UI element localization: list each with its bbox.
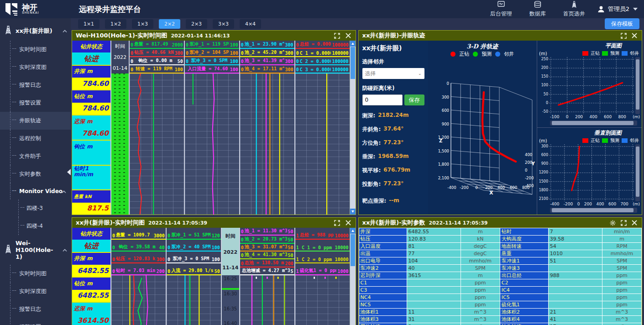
nav-item-derrick[interactable]: 首页选井 [563, 1, 585, 18]
layout-button-1×3[interactable]: 1×3 [132, 19, 153, 29]
param-label-line: 钻位 m [74, 94, 93, 100]
param-name: NC4 [359, 294, 407, 301]
param-name: C3 [359, 287, 407, 294]
layout-buttons: 1×11×21×32×22×33×34×4 [78, 19, 261, 29]
scroll-thumb[interactable] [636, 59, 639, 110]
select-offset-well-label: 选择邻井 [362, 58, 424, 66]
user-menu[interactable]: 管理员2 [597, 5, 638, 13]
sidebar-subitem-四楼-4[interactable]: 四楼-4 [0, 217, 71, 235]
curve-text: 悬重 = 817.49 kN [134, 41, 171, 47]
layout-button-2×3[interactable]: 2×3 [186, 19, 207, 29]
trajectory-stat: 垂深:1968.59m [362, 153, 424, 161]
curve-max: 10000 [335, 257, 348, 262]
curve-label: 0总池 = 130.50 m^3200 [240, 259, 294, 267]
nav-label: 后台管理 [490, 10, 512, 18]
plot2d-vertical-scrollbar[interactable] [635, 57, 640, 114]
param-label: 钻时1min/m [72, 166, 110, 178]
sidebar-item-实时时间图[interactable]: 实时时间图 [0, 265, 71, 283]
expand-icon[interactable] [620, 32, 627, 39]
sidebar-item-文件助手[interactable]: 文件助手 [0, 147, 71, 165]
close-icon[interactable] [345, 32, 352, 39]
svg-text:1,500: 1,500 [438, 149, 449, 153]
expand-icon[interactable] [334, 32, 341, 39]
param-label: 井深 m [72, 66, 110, 78]
sidebar-section-1[interactable]: Wei-H100(Hole-1) [0, 235, 71, 265]
sidebar-item-实时深度图[interactable]: 实时深度图 [0, 58, 71, 76]
curve-min: 0 [241, 42, 244, 47]
save-template-button[interactable]: 保存模板 [605, 18, 639, 29]
scroll-thumb[interactable] [552, 121, 634, 125]
table-row: 泵冲速240SPM泵冲速3SPM [359, 265, 642, 272]
param-label: 钻位 m [72, 278, 110, 289]
sidebar-item-报警日志[interactable]: 报警日志 [0, 300, 71, 318]
sidebar-item-实时参数[interactable]: 实时参数 [0, 165, 71, 183]
legend-label: 预测 [482, 51, 492, 58]
y-tick: 0 [546, 101, 548, 105]
layout-button-1×2[interactable]: 1×2 [105, 19, 126, 29]
plot2d-vertical-scrollbar[interactable] [635, 144, 640, 201]
chart-body: 钻井状态钻进井深 m6482.55钻位 m6482.55迟深 m3614.50钩… [72, 228, 356, 325]
curve-max: 300 [285, 67, 293, 72]
param-value [72, 178, 110, 189]
sidebar-item-Monitor Video[interactable]: Monitor Video [0, 183, 71, 199]
legend-swatch [473, 52, 478, 57]
offset-well-select[interactable]: 选择⌄ [362, 68, 424, 79]
svg-text:Y: Y [531, 161, 535, 167]
scroll-up-icon[interactable] [350, 41, 356, 47]
layout-button-3×3[interactable]: 3×3 [213, 19, 234, 29]
curve-text: 池_1 = 11.30 m^3 [245, 228, 287, 234]
scroll-down-icon[interactable] [350, 209, 356, 215]
nav-item-backend[interactable]: 后台管理 [490, 1, 512, 18]
param-unit: m^3 [461, 309, 500, 315]
sidebar-item-远程控制[interactable]: 远程控制 [0, 130, 71, 147]
plot2d-horizontal-scrollbar[interactable] [550, 208, 637, 213]
svg-text:Z: Z [439, 138, 442, 143]
sidebar-item-井眼轨迹[interactable]: 井眼轨迹 [0, 112, 71, 130]
scroll-up-icon[interactable] [350, 228, 356, 234]
sidebar-section-0[interactable]: xx井(新井眼) [0, 21, 71, 41]
trajectory-body: xx井(新井眼)选择邻井选择⌄防碰距离(米)保存测深:2182.24m井斜角:3… [359, 41, 642, 215]
y-tick: 100 [541, 84, 548, 87]
vertical-scrollbar[interactable] [350, 41, 356, 215]
close-icon[interactable] [631, 220, 638, 226]
vertical-section-view: 垂直剖面图(m)正钻预测邻井3006009001200150018002100-… [537, 128, 642, 215]
curve-labels: 1总烃 = 988 ppm100001C_1 = 0 ppm100001C_2 … [295, 228, 350, 275]
scroll-thumb[interactable] [351, 234, 355, 266]
param-value: 81 [407, 243, 461, 250]
layout-button-4×4[interactable]: 4×4 [240, 19, 261, 29]
expand-icon[interactable] [334, 220, 341, 226]
sidebar-item-报警设置[interactable]: 报警设置 [0, 318, 71, 325]
y-tick-labels: 3006009001200150018002100 [538, 144, 549, 201]
chart-column: 0总烃 = 0.00001000000C_1 = 0.00001000000C_… [294, 41, 350, 215]
param-value: 120.83 [407, 236, 461, 242]
time-header-line: 01-14 [113, 65, 127, 71]
scroll-thumb[interactable] [636, 147, 639, 197]
scroll-thumb[interactable] [552, 208, 634, 212]
nav-item-database[interactable]: 数据库 [529, 1, 546, 18]
expand-icon[interactable] [620, 220, 627, 226]
panel-timestamp: 2022-01-14 11:46:13 [171, 33, 230, 39]
save-button[interactable]: 保存 [404, 94, 424, 105]
plan-view: 平面图(m)正钻预测邻井250200150100500-50-100020040… [537, 41, 642, 128]
close-icon[interactable] [631, 32, 638, 39]
scroll-thumb[interactable] [351, 47, 355, 79]
gear-icon[interactable] [609, 220, 616, 226]
sidebar-item-报警设置[interactable]: 报警设置 [0, 94, 71, 112]
sidebar-subitem-四楼-3[interactable]: 四楼-3 [0, 199, 71, 217]
layout-button-1×1[interactable]: 1×1 [78, 19, 99, 29]
sidebar-item-实时深度图[interactable]: 实时深度图 [0, 283, 71, 300]
curve-text: C_1 = 0 ppm [300, 245, 334, 250]
curve-min: 0 [131, 67, 133, 72]
sidebar-item-实时时间图[interactable]: 实时时间图 [0, 41, 71, 58]
vertical-scrollbar[interactable] [350, 228, 356, 325]
plot2d-horizontal-scrollbar[interactable] [550, 121, 637, 126]
close-icon[interactable] [345, 220, 352, 226]
sidebar-item-报警日志[interactable]: 报警日志 [0, 76, 71, 94]
curve-min: 0 [131, 51, 133, 56]
param-block: 井深 m6482.55 [72, 253, 110, 277]
anticollision-distance-input[interactable] [362, 94, 403, 105]
sidebar-collapse-handle[interactable] [67, 169, 71, 175]
chart-plot [295, 275, 350, 325]
panel-grid: Wei-H100(Hole-1)-实时时间图2022-01-14 11:46:1… [71, 29, 644, 325]
layout-button-2×2[interactable]: 2×2 [159, 19, 180, 29]
